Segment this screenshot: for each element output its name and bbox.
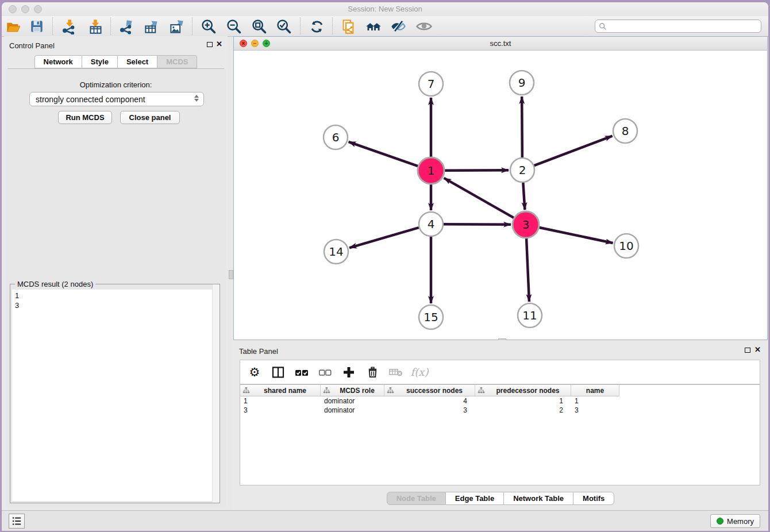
edge-2-8[interactable]	[534, 136, 613, 166]
node-4[interactable]: 4	[419, 212, 443, 236]
column-header-shared-name[interactable]: shared name	[240, 385, 321, 396]
task-history-button[interactable]	[9, 514, 25, 529]
node-3[interactable]: 3	[513, 211, 539, 238]
node-table[interactable]: shared nameMCDS rolesuccessor nodesprede…	[240, 384, 760, 485]
show-column-panel-button[interactable]	[271, 365, 286, 380]
open-session-button[interactable]	[5, 18, 22, 35]
export-table-icon	[144, 19, 159, 34]
tab-network-table[interactable]: Network Table	[504, 492, 573, 505]
edge-2-3[interactable]	[523, 183, 525, 210]
export-image-button[interactable]	[168, 18, 185, 35]
network-file-button[interactable]	[340, 18, 357, 35]
edge-1-6[interactable]	[349, 142, 418, 166]
delete-column-button[interactable]	[365, 365, 380, 380]
close-panel-icon[interactable]: ✕	[216, 40, 222, 48]
node-11[interactable]: 11	[518, 303, 542, 327]
node-8[interactable]: 8	[613, 119, 637, 143]
node-9[interactable]: 9	[510, 71, 534, 95]
table-panel: Table Panel ✕ ⚙	[233, 340, 768, 510]
main-toolbar	[2, 16, 768, 37]
table-panel-title: Table Panel	[239, 347, 278, 356]
edge-4-14[interactable]	[349, 228, 419, 248]
tab-node-table[interactable]: Node Table	[387, 492, 446, 505]
desktop-background: Session: New Session	[0, 0, 770, 532]
show-details-button[interactable]	[415, 18, 433, 35]
tab-network[interactable]: Network	[34, 55, 82, 68]
export-table-button[interactable]	[143, 18, 160, 35]
close-table-panel-icon[interactable]: ✕	[754, 345, 761, 354]
table-cell: dominator	[321, 396, 384, 406]
memory-button[interactable]: Memory	[710, 514, 760, 528]
import-table-button[interactable]	[87, 18, 104, 35]
columns-icon	[271, 365, 285, 379]
table-cell: dominator	[321, 406, 384, 415]
table-cell: 4	[384, 396, 475, 406]
export-image-icon	[169, 19, 184, 34]
plus-icon	[342, 365, 356, 379]
tab-style[interactable]: Style	[82, 55, 118, 68]
tab-motifs[interactable]: Motifs	[573, 492, 614, 505]
edge-1-2[interactable]	[445, 170, 509, 171]
zoom-selected-icon	[276, 18, 292, 34]
node-15[interactable]: 15	[419, 305, 443, 329]
node-7[interactable]: 7	[419, 72, 443, 96]
add-column-button[interactable]	[341, 365, 356, 380]
zoom-fit-button[interactable]	[251, 18, 268, 35]
export-network-button[interactable]	[117, 18, 134, 35]
mcds-result-list[interactable]: 13	[12, 290, 218, 501]
tab-mcds[interactable]: MCDS	[157, 55, 197, 68]
show-details-icon	[415, 18, 433, 35]
open-session-icon	[6, 19, 21, 34]
result-line: 3	[15, 300, 218, 310]
hide-details-button[interactable]	[390, 18, 407, 35]
zoom-selected-button[interactable]	[275, 18, 292, 35]
vertical-splitter-grip[interactable]	[229, 270, 233, 279]
run-mcds-button[interactable]: Run MCDS	[58, 111, 112, 124]
node-6[interactable]: 6	[324, 125, 348, 149]
node-label: 15	[424, 310, 438, 324]
deselect-all-button[interactable]	[318, 365, 333, 380]
column-header-successor-nodes[interactable]: successor nodes	[384, 385, 475, 396]
table-cell: 3	[571, 406, 619, 415]
column-header-predecessor-nodes[interactable]: predecessor nodes	[475, 385, 571, 396]
toolbar-separator	[300, 17, 301, 35]
network-canvas[interactable]: 7968124314101511	[234, 51, 767, 340]
import-network-button[interactable]	[60, 18, 77, 35]
column-header-MCDS-role[interactable]: MCDS role	[321, 385, 384, 396]
network-window-titlebar[interactable]: × − + scc.txt	[234, 37, 767, 51]
refresh-button[interactable]	[308, 18, 325, 35]
node-label: 1	[428, 164, 435, 178]
home-button[interactable]	[365, 18, 382, 35]
close-panel-button[interactable]: Close panel	[120, 111, 180, 124]
node-1[interactable]: 1	[418, 157, 444, 184]
node-10[interactable]: 10	[614, 234, 638, 258]
edge-3-1[interactable]	[444, 178, 514, 218]
tab-edge-table[interactable]: Edge Table	[446, 492, 504, 505]
edge-3-10[interactable]	[539, 228, 613, 243]
float-table-panel-icon[interactable]	[745, 348, 750, 353]
column-header-name[interactable]: name	[571, 385, 619, 396]
table-row[interactable]: 3dominator323	[240, 406, 760, 415]
table-settings-button[interactable]: ⚙	[247, 365, 262, 380]
table-header-row: shared nameMCDS rolesuccessor nodesprede…	[240, 385, 760, 396]
edge-4-3[interactable]	[444, 224, 511, 225]
toolbar-separator	[192, 17, 192, 35]
edge-3-11[interactable]	[526, 238, 529, 302]
zoom-out-button[interactable]	[225, 18, 242, 35]
tab-select[interactable]: Select	[118, 55, 157, 68]
zoom-in-button[interactable]	[200, 18, 217, 35]
edge-2-9[interactable]	[522, 97, 522, 157]
result-scrollbar[interactable]	[212, 284, 220, 503]
toolbar-separator	[110, 17, 111, 35]
node-14[interactable]: 14	[324, 240, 348, 264]
search-input[interactable]	[595, 20, 761, 33]
table-cell: 2	[475, 406, 571, 415]
optimization-criterion-select[interactable]: strongly connected component	[29, 92, 204, 106]
node-2[interactable]: 2	[510, 158, 534, 182]
save-session-button[interactable]	[28, 18, 45, 35]
select-all-button[interactable]	[294, 365, 309, 380]
table-row[interactable]: 1dominator411	[240, 396, 760, 406]
float-panel-icon[interactable]	[207, 42, 213, 47]
network-graph[interactable]: 7968124314101511	[234, 51, 767, 340]
control-panel-tabs: NetworkStyleSelectMCDS	[4, 55, 228, 69]
